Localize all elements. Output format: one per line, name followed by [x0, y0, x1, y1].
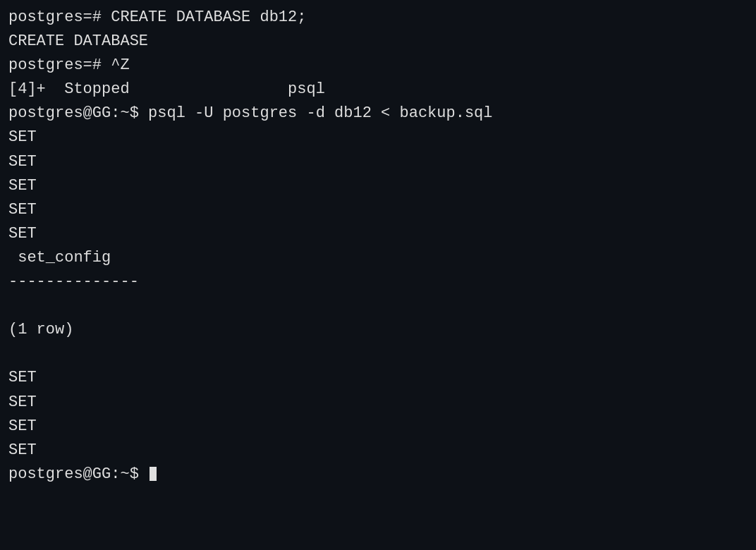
terminal-line-4: [4]+ Stopped psql — [8, 78, 748, 102]
terminal-line-2: CREATE DATABASE — [8, 30, 748, 54]
terminal-line-9: SET — [8, 198, 748, 222]
terminal-line-14: (1 row) — [8, 318, 748, 342]
terminal-line-12: -------------- — [8, 270, 748, 294]
terminal-line-6: SET — [8, 126, 748, 149]
terminal-line-1: postgres=# CREATE DATABASE db12; — [8, 6, 748, 30]
terminal-line-3: postgres=# ^Z — [8, 54, 748, 78]
terminal-line-11: set_config — [8, 246, 748, 270]
terminal-line-16: SET — [8, 366, 748, 390]
terminal-line-15 — [8, 342, 748, 366]
terminal-line-7: SET — [8, 150, 748, 174]
terminal[interactable]: postgres=# CREATE DATABASE db12; CREATE … — [8, 6, 748, 544]
terminal-line-18: SET — [8, 415, 748, 439]
terminal-line-17: SET — [8, 391, 748, 415]
terminal-line-19: SET — [8, 439, 748, 463]
prompt-text: postgres@GG:~$ — [8, 465, 148, 483]
terminal-line-13 — [8, 294, 748, 318]
terminal-line-5: postgres@GG:~$ psql -U postgres -d db12 … — [8, 102, 748, 126]
terminal-line-10: SET — [8, 222, 748, 246]
terminal-line-20: postgres@GG:~$ — [8, 463, 748, 487]
terminal-line-8: SET — [8, 174, 748, 198]
terminal-cursor — [150, 467, 157, 481]
